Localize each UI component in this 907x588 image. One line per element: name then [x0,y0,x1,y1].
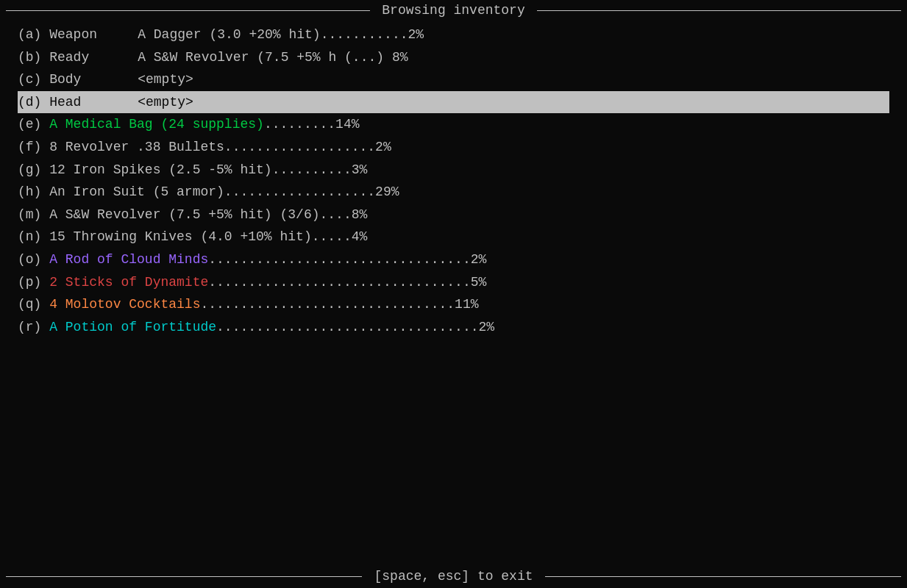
item-dots: ................................. [216,316,478,339]
item-pct: 2% [471,248,487,271]
item-name: A Medical Bag (24 supplies) [49,113,264,136]
item-dots: ..... [312,226,352,248]
list-item[interactable]: (q) 4 Molotov Cocktails.................… [18,293,889,316]
item-key: (c) [18,68,49,91]
list-item[interactable]: (p) 2 Sticks of Dynamite................… [18,271,889,294]
list-item[interactable]: (r) A Potion of Fortitude...............… [18,316,889,339]
inventory-list: (a) Weapon A Dagger (3.0 +20% hit)......… [0,21,907,341]
bottom-bar-left-line [6,576,362,577]
item-dots: ................... [224,181,375,204]
item-label: Head [49,91,138,114]
list-item[interactable]: (b) Ready A S&W Revolver (7.5 +5% h (...… [18,46,889,69]
item-dots: ................... [224,136,375,159]
item-dots: .... [319,204,351,226]
item-label: Weapon [49,24,138,46]
item-name: <empty> [138,91,193,114]
item-key: (d) [18,91,49,114]
item-pct: 11% [455,293,478,316]
item-key: (q) [18,293,49,316]
item-name: A S&W Revolver (7.5 +5% h (...) 8% [138,46,408,69]
item-key: (r) [18,316,49,339]
item-dots: ......... [264,113,335,136]
list-item[interactable]: (g) 12 Iron Spikes (2.5 -5% hit)........… [18,159,889,182]
footer-text: [space, esc] to exit [368,569,538,584]
item-pct: 2% [375,136,391,159]
item-key: (a) [18,24,49,46]
item-key: (p) [18,271,49,294]
bottom-bar-right-line [545,576,901,577]
list-item[interactable]: (e) A Medical Bag (24 supplies).........… [18,113,889,136]
list-item[interactable]: (c) Body <empty> [18,68,889,91]
item-label: Body [49,68,138,91]
item-name: A Dagger (3.0 +20% hit) [138,24,320,46]
item-name: 8 Revolver .38 Bullets [49,136,224,159]
item-dots: ........... [321,24,408,46]
item-name: A Potion of Fortitude [49,316,216,339]
item-name: 15 Throwing Knives (4.0 +10% hit) [49,226,311,248]
title-bar: Browsing inventory [0,0,907,21]
list-item[interactable]: (m) A S&W Revolver (7.5 +5% hit) (3/6)..… [18,204,889,226]
item-key: (m) [18,204,49,226]
screen: Browsing inventory (a) Weapon A Dagger (… [0,0,907,588]
item-name: A S&W Revolver (7.5 +5% hit) (3/6) [49,204,319,226]
item-pct: 2% [479,316,495,339]
item-key: (e) [18,113,49,136]
item-dots: .......... [272,159,352,182]
item-key: (o) [18,248,49,271]
item-name: A Rod of Cloud Minds [49,248,208,271]
bottom-bar: [space, esc] to exit [0,564,907,588]
item-dots: ................................. [208,271,470,294]
item-pct: 5% [471,271,487,294]
item-key: (n) [18,226,49,248]
item-name: An Iron Suit (5 armor) [49,181,224,204]
item-pct: 4% [352,226,368,248]
list-item[interactable]: (a) Weapon A Dagger (3.0 +20% hit)......… [18,24,889,46]
item-pct: 3% [352,159,368,182]
item-key: (b) [18,46,49,69]
item-pct: 8% [352,204,368,226]
item-name: 12 Iron Spikes (2.5 -5% hit) [49,159,271,182]
list-item[interactable]: (f) 8 Revolver .38 Bullets..............… [18,136,889,159]
title-bar-right-line [537,10,901,11]
item-name: <empty> [138,68,193,91]
item-name: 2 Sticks of Dynamite [49,271,208,294]
item-name: 4 Molotov Cocktails [49,293,200,316]
list-item[interactable]: (h) An Iron Suit (5 armor)..............… [18,181,889,204]
list-item[interactable]: (o) A Rod of Cloud Minds................… [18,248,889,271]
list-item[interactable]: (d) Head <empty> [18,91,889,114]
item-dots: ................................ [200,293,455,316]
item-pct: 2% [408,24,424,46]
item-label: Ready [49,46,138,69]
item-key: (g) [18,159,49,182]
title-text: Browsing inventory [376,3,530,18]
item-pct: 29% [375,181,399,204]
item-key: (h) [18,181,49,204]
item-pct: 14% [335,113,359,136]
item-key: (f) [18,136,49,159]
item-dots: ................................. [208,248,470,271]
list-item[interactable]: (n) 15 Throwing Knives (4.0 +10% hit)...… [18,226,889,248]
title-bar-left-line [6,10,370,11]
